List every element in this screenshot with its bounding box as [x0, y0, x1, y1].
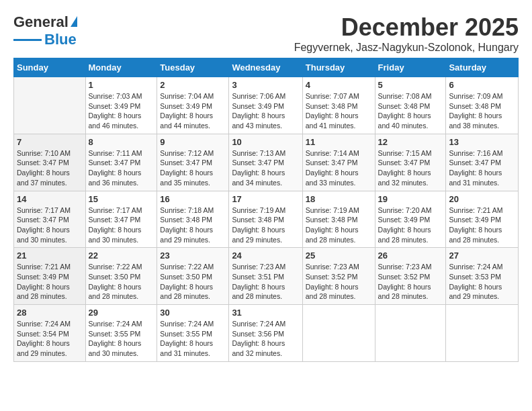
week-row-3: 14Sunrise: 7:17 AM Sunset: 3:47 PM Dayli…: [14, 191, 519, 248]
calendar-subtitle: Fegyvernek, Jasz-Nagykun-Szolonok, Hunga…: [294, 42, 519, 54]
day-info: Sunrise: 7:23 AM Sunset: 3:51 PM Dayligh…: [232, 262, 299, 302]
calendar-cell: 18Sunrise: 7:19 AM Sunset: 3:48 PM Dayli…: [302, 191, 375, 248]
day-number: 2: [160, 80, 226, 90]
calendar-cell: [446, 305, 519, 362]
logo-blue: Blue: [44, 31, 77, 48]
day-info: Sunrise: 7:23 AM Sunset: 3:52 PM Dayligh…: [378, 262, 443, 302]
calendar-cell: 17Sunrise: 7:19 AM Sunset: 3:48 PM Dayli…: [229, 191, 302, 248]
calendar-cell: 30Sunrise: 7:24 AM Sunset: 3:55 PM Dayli…: [157, 305, 229, 362]
day-number: 8: [89, 137, 154, 147]
day-number: 14: [17, 194, 83, 204]
calendar-cell: 4Sunrise: 7:07 AM Sunset: 3:48 PM Daylig…: [302, 77, 375, 134]
header-tuesday: Tuesday: [157, 58, 229, 77]
calendar-cell: 20Sunrise: 7:21 AM Sunset: 3:49 PM Dayli…: [446, 191, 519, 248]
calendar-cell: 14Sunrise: 7:17 AM Sunset: 3:47 PM Dayli…: [14, 191, 86, 248]
calendar-cell: 19Sunrise: 7:20 AM Sunset: 3:49 PM Dayli…: [375, 191, 446, 248]
calendar-cell: 11Sunrise: 7:14 AM Sunset: 3:47 PM Dayli…: [302, 134, 375, 191]
calendar-header-row: SundayMondayTuesdayWednesdayThursdayFrid…: [14, 58, 519, 77]
day-info: Sunrise: 7:15 AM Sunset: 3:47 PM Dayligh…: [378, 148, 443, 188]
calendar-cell: 2Sunrise: 7:04 AM Sunset: 3:49 PM Daylig…: [157, 77, 229, 134]
calendar-cell: 5Sunrise: 7:08 AM Sunset: 3:48 PM Daylig…: [375, 77, 446, 134]
day-number: 1: [89, 80, 154, 90]
day-number: 12: [378, 137, 443, 147]
day-number: 10: [232, 137, 299, 147]
header-thursday: Thursday: [302, 58, 375, 77]
calendar-cell: [375, 305, 446, 362]
calendar-cell: 25Sunrise: 7:23 AM Sunset: 3:52 PM Dayli…: [302, 248, 375, 305]
calendar-cell: 22Sunrise: 7:22 AM Sunset: 3:50 PM Dayli…: [85, 248, 157, 305]
logo: General Blue: [13, 13, 77, 48]
day-number: 25: [306, 250, 372, 261]
day-number: 15: [89, 194, 154, 204]
day-number: 5: [378, 80, 443, 90]
day-number: 23: [160, 250, 226, 261]
logo-triangle-icon: [71, 16, 77, 27]
day-info: Sunrise: 7:21 AM Sunset: 3:49 PM Dayligh…: [449, 205, 515, 245]
day-number: 28: [17, 308, 83, 318]
calendar-table: SundayMondayTuesdayWednesdayThursdayFrid…: [13, 58, 519, 362]
header-monday: Monday: [85, 58, 157, 77]
day-info: Sunrise: 7:06 AM Sunset: 3:49 PM Dayligh…: [232, 91, 299, 131]
logo-general: General: [13, 13, 69, 31]
calendar-cell: 26Sunrise: 7:23 AM Sunset: 3:52 PM Dayli…: [375, 248, 446, 305]
day-number: 19: [378, 194, 443, 204]
day-number: 30: [160, 308, 226, 318]
calendar-cell: 9Sunrise: 7:12 AM Sunset: 3:47 PM Daylig…: [157, 134, 229, 191]
day-info: Sunrise: 7:08 AM Sunset: 3:48 PM Dayligh…: [378, 91, 443, 131]
calendar-cell: 28Sunrise: 7:24 AM Sunset: 3:54 PM Dayli…: [14, 305, 86, 362]
calendar-cell: 15Sunrise: 7:17 AM Sunset: 3:47 PM Dayli…: [85, 191, 157, 248]
day-info: Sunrise: 7:19 AM Sunset: 3:48 PM Dayligh…: [306, 205, 372, 245]
day-info: Sunrise: 7:17 AM Sunset: 3:47 PM Dayligh…: [17, 205, 83, 245]
day-info: Sunrise: 7:03 AM Sunset: 3:49 PM Dayligh…: [89, 91, 154, 131]
calendar-cell: 12Sunrise: 7:15 AM Sunset: 3:47 PM Dayli…: [375, 134, 446, 191]
day-info: Sunrise: 7:22 AM Sunset: 3:50 PM Dayligh…: [89, 262, 154, 302]
day-number: 11: [306, 137, 372, 147]
day-number: 18: [306, 194, 372, 204]
calendar-cell: 24Sunrise: 7:23 AM Sunset: 3:51 PM Dayli…: [229, 248, 302, 305]
day-info: Sunrise: 7:19 AM Sunset: 3:48 PM Dayligh…: [232, 205, 299, 245]
day-number: 29: [89, 308, 154, 318]
day-info: Sunrise: 7:20 AM Sunset: 3:49 PM Dayligh…: [378, 205, 443, 245]
day-number: 22: [89, 250, 154, 261]
day-info: Sunrise: 7:21 AM Sunset: 3:49 PM Dayligh…: [17, 262, 83, 302]
day-info: Sunrise: 7:14 AM Sunset: 3:47 PM Dayligh…: [306, 148, 372, 188]
day-info: Sunrise: 7:22 AM Sunset: 3:50 PM Dayligh…: [160, 262, 226, 302]
day-info: Sunrise: 7:10 AM Sunset: 3:47 PM Dayligh…: [17, 148, 83, 188]
day-number: 31: [232, 308, 299, 318]
page-header: General Blue December 2025 Fegyvernek, J…: [13, 13, 519, 54]
day-number: 6: [449, 80, 515, 90]
day-info: Sunrise: 7:24 AM Sunset: 3:54 PM Dayligh…: [17, 319, 83, 359]
day-number: 20: [449, 194, 515, 204]
day-number: 24: [232, 250, 299, 261]
calendar-cell: 13Sunrise: 7:16 AM Sunset: 3:47 PM Dayli…: [446, 134, 519, 191]
title-block: December 2025 Fegyvernek, Jasz-Nagykun-S…: [294, 13, 519, 54]
day-number: 9: [160, 137, 226, 147]
day-number: 4: [306, 80, 372, 90]
calendar-cell: 21Sunrise: 7:21 AM Sunset: 3:49 PM Dayli…: [14, 248, 86, 305]
day-info: Sunrise: 7:16 AM Sunset: 3:47 PM Dayligh…: [449, 148, 515, 188]
day-info: Sunrise: 7:24 AM Sunset: 3:53 PM Dayligh…: [449, 262, 515, 302]
calendar-cell: 23Sunrise: 7:22 AM Sunset: 3:50 PM Dayli…: [157, 248, 229, 305]
day-number: 17: [232, 194, 299, 204]
calendar-cell: 16Sunrise: 7:18 AM Sunset: 3:48 PM Dayli…: [157, 191, 229, 248]
day-info: Sunrise: 7:23 AM Sunset: 3:52 PM Dayligh…: [306, 262, 372, 302]
day-info: Sunrise: 7:12 AM Sunset: 3:47 PM Dayligh…: [160, 148, 226, 188]
calendar-cell: 6Sunrise: 7:09 AM Sunset: 3:48 PM Daylig…: [446, 77, 519, 134]
day-info: Sunrise: 7:09 AM Sunset: 3:48 PM Dayligh…: [449, 91, 515, 131]
calendar-cell: 1Sunrise: 7:03 AM Sunset: 3:49 PM Daylig…: [85, 77, 157, 134]
day-number: 21: [17, 250, 83, 261]
day-info: Sunrise: 7:24 AM Sunset: 3:56 PM Dayligh…: [232, 319, 299, 359]
week-row-5: 28Sunrise: 7:24 AM Sunset: 3:54 PM Dayli…: [14, 305, 519, 362]
day-info: Sunrise: 7:18 AM Sunset: 3:48 PM Dayligh…: [160, 205, 226, 245]
day-info: Sunrise: 7:24 AM Sunset: 3:55 PM Dayligh…: [160, 319, 226, 359]
calendar-cell: [302, 305, 375, 362]
calendar-cell: 7Sunrise: 7:10 AM Sunset: 3:47 PM Daylig…: [14, 134, 86, 191]
calendar-cell: 31Sunrise: 7:24 AM Sunset: 3:56 PM Dayli…: [229, 305, 302, 362]
day-number: 27: [449, 250, 515, 261]
day-info: Sunrise: 7:11 AM Sunset: 3:47 PM Dayligh…: [89, 148, 154, 188]
header-friday: Friday: [375, 58, 446, 77]
calendar-cell: 27Sunrise: 7:24 AM Sunset: 3:53 PM Dayli…: [446, 248, 519, 305]
day-info: Sunrise: 7:17 AM Sunset: 3:47 PM Dayligh…: [89, 205, 154, 245]
week-row-1: 1Sunrise: 7:03 AM Sunset: 3:49 PM Daylig…: [14, 77, 519, 134]
day-number: 26: [378, 250, 443, 261]
